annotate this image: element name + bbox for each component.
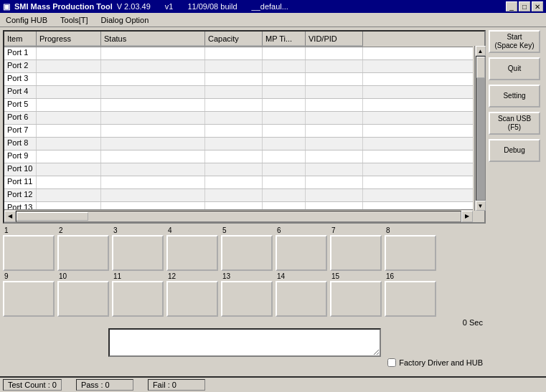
cell-mptime xyxy=(263,202,306,209)
cell-mptime xyxy=(263,138,306,150)
debug-button[interactable]: Debug xyxy=(489,139,540,162)
cell-capacity xyxy=(205,73,263,85)
menu-config-hub[interactable]: Config HUB xyxy=(3,15,50,25)
port-cell-port-3: 3 xyxy=(112,226,164,271)
cell-item: Port 13 xyxy=(4,202,37,209)
cell-vidpid xyxy=(306,189,363,201)
test-count-status: Test Count : 0 xyxy=(3,379,62,391)
port-label-port-10: 10 xyxy=(57,272,67,280)
cell-vidpid xyxy=(306,176,363,188)
scroll-right-arrow[interactable]: ▶ xyxy=(461,211,473,222)
cell-vidpid xyxy=(306,99,363,111)
cell-item: Port 8 xyxy=(4,138,37,150)
col-header-vidpid: VID/PID xyxy=(306,32,363,47)
cell-status xyxy=(101,99,205,111)
menu-dialog-option[interactable]: Dialog Option xyxy=(98,15,152,25)
table-row: Port 5 xyxy=(4,99,473,112)
start-button[interactable]: Start(Space Key) xyxy=(489,30,540,53)
menu-tools[interactable]: Tools[T] xyxy=(57,15,91,25)
cell-capacity xyxy=(205,60,263,72)
table-row: Port 12 xyxy=(4,189,473,202)
timer-display: 0 Sec xyxy=(3,318,486,327)
port-button-port-2[interactable] xyxy=(57,235,109,271)
port-button-port-14[interactable] xyxy=(276,281,327,317)
horizontal-scrollbar[interactable]: ◀ ▶ xyxy=(4,209,473,222)
table-header: Item Progress Status Capacity MP Ti... V… xyxy=(4,32,473,47)
build-label: v1 xyxy=(165,2,174,11)
quit-button[interactable]: Quit xyxy=(489,57,540,80)
scroll-down-arrow[interactable]: ▼ xyxy=(476,201,486,211)
port-button-port-16[interactable] xyxy=(385,281,436,317)
cell-vidpid xyxy=(306,163,363,176)
col-header-progress: Progress xyxy=(37,32,101,47)
port-label-port-8: 8 xyxy=(385,226,390,234)
timer-value: 0 Sec xyxy=(463,318,483,327)
port-button-port-9[interactable] xyxy=(3,281,55,317)
minimize-button[interactable]: _ xyxy=(506,1,517,11)
port-button-port-7[interactable] xyxy=(330,235,382,271)
port-cell-port-1: 1 xyxy=(3,226,55,271)
table-row: Port 2 xyxy=(4,60,473,73)
scroll-thumb-v[interactable] xyxy=(476,57,485,78)
cell-mptime xyxy=(263,73,306,85)
pass-status: Pass : 0 xyxy=(76,379,133,391)
port-button-port-6[interactable] xyxy=(276,235,327,271)
factory-driver-checkbox[interactable] xyxy=(387,358,396,367)
right-panel: Start(Space Key) Quit Setting Scan USB(F… xyxy=(489,27,546,392)
cell-vidpid xyxy=(306,73,363,85)
port-button-port-15[interactable] xyxy=(330,281,382,317)
cell-progress xyxy=(37,176,101,188)
scroll-up-arrow[interactable]: ▲ xyxy=(476,46,486,56)
log-textarea[interactable] xyxy=(108,328,381,357)
build-date: 11/09/08 build xyxy=(187,2,237,11)
close-button[interactable]: ✕ xyxy=(532,1,543,11)
scroll-track-h[interactable] xyxy=(16,211,461,222)
port-button-port-13[interactable] xyxy=(221,281,273,317)
port-cell-port-15: 15 xyxy=(330,272,382,317)
port-button-port-11[interactable] xyxy=(112,281,164,317)
port-button-port-3[interactable] xyxy=(112,235,164,271)
table-body: Port 1 Port 2 Port 3 Port 4 xyxy=(4,47,473,209)
cell-vidpid xyxy=(306,202,363,209)
scroll-left-arrow[interactable]: ◀ xyxy=(4,211,16,222)
port-label-port-13: 13 xyxy=(221,272,230,280)
port-button-port-8[interactable] xyxy=(385,235,436,271)
cell-mptime xyxy=(263,99,306,111)
cell-mptime xyxy=(263,125,306,137)
table-row: Port 11 xyxy=(4,176,473,189)
table-row: Port 6 xyxy=(4,112,473,125)
cell-mptime xyxy=(263,86,306,98)
cell-vidpid xyxy=(306,112,363,124)
port-cell-port-12: 12 xyxy=(166,272,218,317)
cell-item: Port 6 xyxy=(4,112,37,124)
cell-capacity xyxy=(205,112,263,124)
port-label-port-16: 16 xyxy=(385,272,394,280)
port-label-port-11: 11 xyxy=(112,272,121,280)
cell-progress xyxy=(37,202,101,209)
maximize-button[interactable]: □ xyxy=(519,1,530,11)
port-button-port-5[interactable] xyxy=(221,235,273,271)
scroll-thumb-h[interactable] xyxy=(17,212,88,221)
table-row: Port 13 xyxy=(4,202,473,209)
scroll-track-v[interactable] xyxy=(476,56,486,201)
port-button-port-12[interactable] xyxy=(166,281,218,317)
port-cell-port-6: 6 xyxy=(276,226,327,271)
port-button-port-4[interactable] xyxy=(166,235,218,271)
setting-button[interactable]: Setting xyxy=(489,85,540,107)
port-button-port-10[interactable] xyxy=(57,281,109,317)
cell-capacity xyxy=(205,86,263,98)
cell-capacity xyxy=(205,125,263,137)
scan-usb-button[interactable]: Scan USB(F5) xyxy=(489,112,540,135)
port-label-port-6: 6 xyxy=(276,226,281,234)
table-row: Port 3 xyxy=(4,73,473,86)
vertical-scrollbar[interactable]: ▲ ▼ xyxy=(474,46,486,211)
port-button-port-1[interactable] xyxy=(3,235,55,271)
cell-vidpid xyxy=(306,86,363,98)
cell-vidpid xyxy=(306,150,363,163)
table-row: Port 7 xyxy=(4,125,473,138)
port-cell-port-14: 14 xyxy=(276,272,327,317)
main-container: Item Progress Status Capacity MP Ti... V… xyxy=(0,27,546,392)
cell-item: Port 5 xyxy=(4,99,37,111)
cell-item: Port 11 xyxy=(4,176,37,188)
cell-capacity xyxy=(205,163,263,176)
